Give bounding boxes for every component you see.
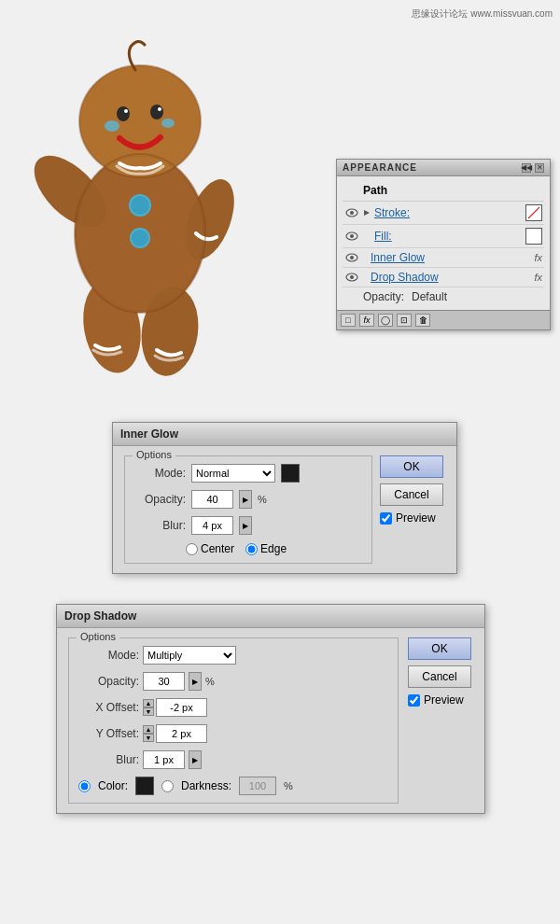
drop-shadow-darkness-label: Darkness:	[181, 779, 231, 792]
drop-shadow-color-radio[interactable]	[78, 780, 91, 792]
drop-shadow-blur-arrow[interactable]: ▶	[189, 750, 202, 769]
watermark: 思缘设计论坛 www.missvuan.com	[412, 7, 553, 21]
drop-shadow-opacity-arrow[interactable]: ▶	[189, 672, 202, 691]
stroke-visibility-icon[interactable]	[344, 206, 359, 219]
inner-glow-opacity-input[interactable]	[191, 490, 233, 509]
inner-glow-blur-label: Blur:	[134, 519, 186, 532]
inner-glow-radio-row: Center Edge	[134, 542, 362, 555]
inner-glow-opacity-arrow[interactable]: ▶	[239, 490, 252, 509]
fill-label[interactable]: Fill:	[374, 230, 522, 243]
drop-shadow-x-up[interactable]: ▲	[143, 699, 154, 707]
svg-point-11	[105, 120, 119, 132]
inner-glow-opacity-label: Opacity:	[134, 493, 186, 506]
delete-icon[interactable]: 🗑	[415, 314, 430, 327]
stroke-triangle-icon[interactable]	[363, 206, 371, 219]
opacity-value: Default	[412, 290, 447, 303]
appearance-title: APPEARANCE	[343, 162, 417, 173]
inner-glow-preview-label: Preview	[396, 511, 436, 525]
drop-shadow-opacity-label: Opacity:	[78, 675, 139, 688]
inner-glow-radio-group: Center Edge	[186, 542, 287, 555]
stroke-row: Stroke:	[343, 202, 544, 225]
drop-shadow-x-stepper-btns: ▲ ▼	[143, 699, 154, 716]
drop-shadow-darkness-unit: %	[284, 780, 293, 791]
drop-shadow-y-input[interactable]	[156, 724, 207, 743]
drop-shadow-opacity-input[interactable]	[143, 672, 185, 691]
drop-shadow-preview-row[interactable]: Preview	[408, 693, 473, 707]
appearance-panel: APPEARANCE ◀◀ ✕ Path	[336, 159, 551, 330]
drop-shadow-x-down[interactable]: ▼	[143, 707, 154, 716]
drop-shadow-cancel-button[interactable]: Cancel	[408, 665, 471, 688]
drop-shadow-options-group: Options Mode: Multiply Opacity: ▶ %	[68, 637, 399, 804]
appearance-bottom-bar: □ fx ◯ ⊡ 🗑	[337, 310, 550, 329]
inner-glow-preview-checkbox[interactable]	[380, 512, 392, 525]
opacity-label: Opacity:	[363, 290, 404, 303]
inner-glow-opacity-unit: %	[258, 494, 267, 505]
svg-point-8	[150, 105, 163, 119]
drop-shadow-label[interactable]: Drop Shadow	[371, 271, 530, 284]
center-radio[interactable]	[186, 543, 198, 555]
drop-shadow-y-up[interactable]: ▲	[143, 725, 154, 734]
fill-color-swatch[interactable]	[525, 228, 542, 245]
stroke-label[interactable]: Stroke:	[374, 206, 522, 219]
inner-glow-visibility-icon[interactable]	[344, 251, 359, 264]
appearance-titlebar: APPEARANCE ◀◀ ✕	[337, 160, 550, 176]
inner-glow-mode-select[interactable]: Normal	[191, 464, 275, 483]
inner-glow-fx-icon: fx	[534, 252, 542, 263]
inner-glow-mode-row: Mode: Normal	[134, 464, 362, 483]
edge-label: Edge	[260, 542, 287, 555]
drop-shadow-opacity-row: Opacity: ▶ %	[78, 672, 388, 691]
drop-shadow-buttons: OK Cancel Preview	[408, 637, 473, 804]
fill-row: Fill:	[343, 225, 544, 248]
svg-point-14	[131, 196, 149, 215]
inner-glow-preview-row[interactable]: Preview	[380, 511, 445, 525]
drop-shadow-blur-row: Blur: ▶	[78, 750, 388, 769]
stroke-color-swatch[interactable]	[525, 204, 542, 221]
inner-glow-ok-button[interactable]: OK	[380, 455, 443, 478]
section-divider-2	[0, 583, 560, 595]
drop-shadow-y-row: Y Offset: ▲ ▼	[78, 724, 388, 743]
edge-radio[interactable]	[245, 543, 258, 555]
inner-glow-blur-arrow[interactable]: ▶	[239, 516, 252, 535]
center-option[interactable]: Center	[186, 542, 234, 555]
drop-shadow-y-down[interactable]: ▼	[143, 734, 154, 742]
drop-shadow-options: Options Mode: Multiply Opacity: ▶ %	[68, 637, 399, 804]
svg-point-16	[132, 230, 148, 246]
drop-shadow-x-input[interactable]	[156, 698, 207, 717]
drop-shadow-darkness-radio[interactable]	[161, 780, 174, 792]
svg-point-27	[350, 275, 354, 279]
inner-glow-options-legend: Options	[133, 449, 175, 460]
drop-shadow-body: Options Mode: Multiply Opacity: ▶ %	[57, 628, 484, 813]
drop-shadow-y-stepper-btns: ▲ ▼	[143, 725, 154, 742]
edge-option[interactable]: Edge	[245, 542, 287, 555]
drop-shadow-dialog: Drop Shadow Options Mode: Multiply Opaci…	[56, 604, 485, 814]
drop-shadow-color-row: Color: Darkness: %	[78, 777, 388, 795]
mask-icon[interactable]: ◯	[378, 314, 393, 327]
inner-glow-row: Inner Glow fx	[343, 248, 544, 268]
panel-collapse-btn[interactable]: ◀◀	[522, 163, 531, 173]
svg-point-23	[350, 234, 354, 238]
fx-icon[interactable]: fx	[359, 314, 374, 327]
inner-glow-opacity-row: Opacity: ▶ %	[134, 490, 362, 509]
drop-shadow-ok-button[interactable]: OK	[408, 637, 471, 660]
inner-glow-dialog: Inner Glow Options Mode: Normal Opaci	[112, 422, 457, 574]
drop-shadow-color-swatch[interactable]	[135, 777, 154, 795]
new-layer-icon[interactable]: □	[341, 314, 356, 327]
drop-shadow-mode-select[interactable]: Multiply	[143, 646, 236, 665]
fill-visibility-icon[interactable]	[344, 230, 359, 243]
inner-glow-label[interactable]: Inner Glow	[371, 251, 530, 264]
drop-shadow-preview-checkbox[interactable]	[408, 694, 420, 707]
gingerbread-area: APPEARANCE ◀◀ ✕ Path	[0, 0, 560, 401]
inner-glow-body: Options Mode: Normal Opacity: ▶	[113, 446, 456, 573]
drop-shadow-visibility-icon[interactable]	[344, 271, 359, 284]
inner-glow-buttons: OK Cancel Preview	[380, 455, 445, 564]
drop-shadow-mode-row: Mode: Multiply	[78, 646, 388, 665]
inner-glow-color-swatch[interactable]	[281, 464, 300, 483]
svg-point-25	[350, 256, 354, 259]
panel-close-btn[interactable]: ✕	[535, 163, 544, 173]
drop-shadow-darkness-input	[239, 777, 276, 795]
drop-shadow-blur-input[interactable]	[143, 750, 185, 769]
duplicate-icon[interactable]: ⊡	[397, 314, 412, 327]
svg-point-20	[350, 211, 354, 215]
inner-glow-blur-input[interactable]	[191, 516, 233, 535]
inner-glow-cancel-button[interactable]: Cancel	[380, 483, 443, 506]
